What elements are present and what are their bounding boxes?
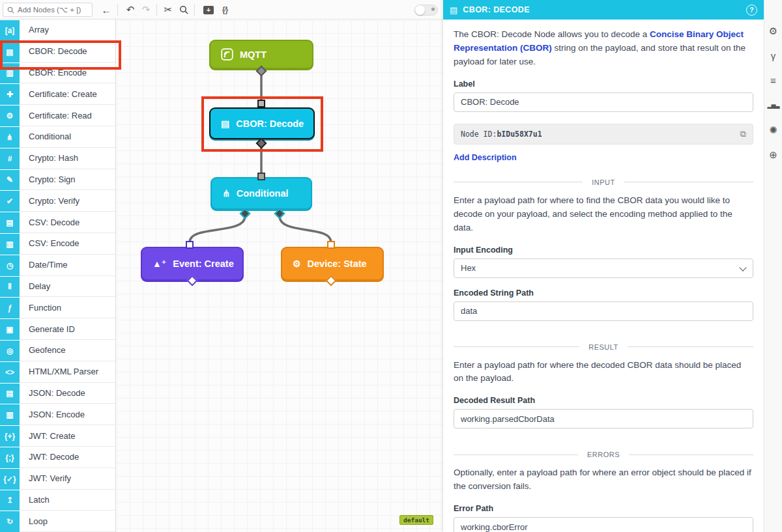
palette-item-cbor-encode[interactable]: ▥CBOR: Encode	[0, 63, 115, 84]
cbor-encode-icon: ▥	[0, 63, 20, 84]
palette-item-certificate-read[interactable]: ⚙Certificate: Read	[0, 105, 115, 126]
mqtt-broadcast-icon	[221, 48, 233, 61]
pause-icon: Ⅱ	[0, 277, 20, 298]
default-version-badge: default	[399, 515, 433, 525]
node-device-state[interactable]: ⚙ Device: State	[281, 247, 384, 281]
palette-item-function[interactable]: ƒFunction	[0, 297, 115, 318]
palette-item-date-time[interactable]: ◷Date/Time	[0, 255, 115, 276]
palette-item-json-encode[interactable]: ▥JSON: Encode	[0, 404, 115, 425]
palette-item-jwt-verify[interactable]: {✓}JWT: Verify	[0, 468, 115, 490]
debug-bug-icon[interactable]: ✺	[769, 125, 777, 135]
conditional-true-output-connector[interactable]	[240, 208, 251, 219]
device-input-connector[interactable]	[327, 241, 335, 249]
palette-item-array[interactable]: [a]Array	[0, 20, 115, 41]
function-icon: ƒ	[0, 298, 20, 318]
wire-conditional-to-event	[190, 216, 245, 242]
palette-item-label: JSON: Encode	[20, 404, 115, 425]
undo-button[interactable]: ↶	[123, 0, 138, 20]
palette-item-html-xml-parser[interactable]: <>HTML/XML Parser	[0, 361, 115, 383]
palette-item-jwt-decode[interactable]: {;}JWT: Decode	[0, 447, 115, 468]
error-path-input[interactable]	[454, 517, 753, 532]
zoom-button[interactable]	[176, 0, 192, 20]
palette-item-label: Crypto: Sign	[20, 169, 115, 191]
crypto-hash-icon: #	[0, 148, 20, 169]
palette-item-label: Latch	[20, 490, 115, 511]
undo-icon: ↶	[126, 4, 135, 16]
palette-item-crypto-sign[interactable]: ✎Crypto: Sign	[0, 169, 115, 191]
toolbar-divider	[194, 4, 195, 16]
palette-item-latch[interactable]: ↥Latch	[0, 490, 115, 511]
node-label: Conditional	[237, 188, 289, 199]
palette-item-crypto-hash[interactable]: #Crypto: Hash	[0, 148, 115, 169]
database-icon[interactable]: ≡	[770, 76, 776, 86]
palette-item-label: JSON: Decode	[20, 383, 115, 404]
error-path-label: Error Path	[454, 504, 753, 513]
palette-item-label: JWT: Decode	[20, 447, 115, 468]
export-image-button[interactable]: +	[201, 0, 216, 20]
id-card-icon: ▣	[0, 319, 20, 340]
redo-button[interactable]: ↷	[138, 0, 154, 20]
palette-item-label: CSV: Decode	[20, 212, 115, 233]
conditional-input-connector[interactable]	[257, 173, 265, 180]
node-mqtt[interactable]: MQTT	[209, 40, 313, 69]
node-label: MQTT	[240, 49, 267, 60]
copy-icon[interactable]: ⧉	[740, 129, 746, 139]
help-icon[interactable]: ?	[746, 5, 757, 16]
palette-item-label: CBOR: Encode	[20, 63, 115, 84]
encoded-string-path-input[interactable]	[454, 301, 753, 321]
palette-item-cbor-decode[interactable]: ▤CBOR: Decode	[0, 41, 115, 63]
node-id-value: bIDu58X7u1	[497, 130, 542, 139]
workflow-canvas[interactable]: MQTT ▤ CBOR: Decode ⋔ Conditional ▲⁺ Eve…	[117, 20, 443, 532]
settings-gear-icon[interactable]: ⚙	[769, 26, 777, 36]
search-icon	[7, 7, 14, 14]
palette-item-label: Function	[20, 297, 115, 318]
node-conditional[interactable]: ⋔ Conditional	[210, 177, 312, 210]
palette-item-label: HTML/XML Parser	[20, 361, 115, 383]
palette-item-label: Crypto: Hash	[20, 148, 115, 169]
chart-icon[interactable]: ▂▅▃	[768, 100, 779, 111]
encoded-string-path-label: Encoded String Path	[454, 288, 753, 298]
csv-encode-icon: ▥	[0, 234, 20, 255]
palette-item-csv-decode[interactable]: ▤CSV: Decode	[0, 212, 115, 233]
palette-item-generate-id[interactable]: ▣Generate ID	[0, 318, 115, 340]
palette-item-label: JWT: Create	[20, 425, 115, 447]
add-nodes-search[interactable]	[3, 3, 93, 17]
node-palette: [a]Array▤CBOR: Decode▥CBOR: Encode✚Certi…	[0, 20, 116, 532]
label-input[interactable]	[454, 92, 753, 112]
code-brackets-icon: <>	[0, 362, 20, 383]
wire-conditional-to-device	[280, 216, 331, 242]
add-description-link[interactable]: Add Description	[454, 153, 517, 162]
jwt-decode-icon: {;}	[0, 447, 20, 468]
decoded-result-path-input[interactable]	[454, 409, 753, 428]
node-description: The CBOR: Decode Node allows you to deco…	[454, 28, 753, 69]
collapse-palette-button[interactable]: ←	[99, 0, 113, 20]
palette-item-jwt-create[interactable]: {+}JWT: Create	[0, 425, 115, 447]
json-decode-icon: ▤	[0, 384, 20, 404]
search-input[interactable]	[18, 6, 88, 14]
conditional-false-output-connector[interactable]	[274, 208, 285, 219]
result-section-text: Enter a payload path for where the decod…	[454, 359, 753, 386]
input-encoding-label: Input Encoding	[454, 245, 753, 255]
toolbar-divider	[156, 4, 157, 16]
event-input-connector[interactable]	[186, 241, 194, 249]
palette-item-certificate-create[interactable]: ✚Certificate: Create	[0, 83, 115, 105]
json-view-button[interactable]: {∕}	[216, 0, 233, 20]
palette-item-crypto-verify[interactable]: ✔Crypto: Verify	[0, 190, 115, 212]
globe-icon[interactable]: ⊕	[769, 150, 777, 160]
palette-item-loop[interactable]: ↻Loop	[0, 511, 115, 532]
palette-item-json-decode[interactable]: ▤JSON: Decode	[0, 383, 115, 404]
node-cbor-decode[interactable]: ▤ CBOR: Decode	[209, 107, 315, 139]
redo-icon: ↷	[142, 4, 151, 16]
cbor-output-connector[interactable]	[256, 138, 267, 149]
palette-item-conditional[interactable]: ⋔Conditional	[0, 126, 115, 148]
node-config-panel: ▤ CBOR: DECODE ? The CBOR: Decode Node a…	[443, 0, 764, 532]
palette-item-label: Array	[20, 20, 115, 41]
palette-item-csv-encode[interactable]: ▥CSV: Encode	[0, 233, 115, 255]
debug-toggle[interactable]: ✱	[414, 5, 438, 16]
palette-item-delay[interactable]: ⅡDelay	[0, 276, 115, 298]
cbor-input-connector[interactable]	[257, 100, 265, 107]
palette-item-geofence[interactable]: ◎Geofence	[0, 340, 115, 361]
cut-button[interactable]: ✂	[160, 0, 176, 20]
input-encoding-select[interactable]	[454, 259, 753, 278]
git-branch-icon[interactable]: γ	[771, 51, 776, 61]
